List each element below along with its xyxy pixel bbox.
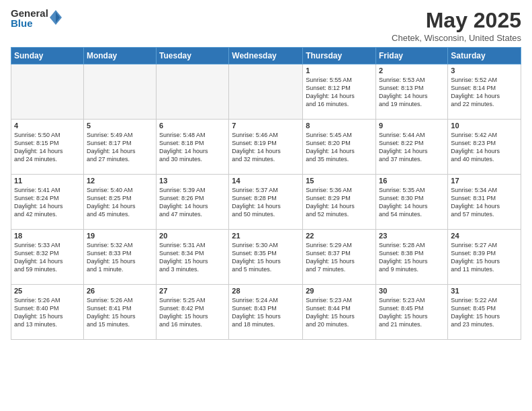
- day-info: Sunrise: 5:52 AM Sunset: 8:14 PM Dayligh…: [451, 76, 518, 109]
- day-number: 23: [379, 232, 445, 240]
- main-title: May 2025: [392, 8, 521, 33]
- calendar-cell: [157, 64, 229, 120]
- day-number: 13: [159, 177, 226, 185]
- day-info: Sunrise: 5:22 AM Sunset: 8:45 PM Dayligh…: [451, 296, 518, 329]
- day-info: Sunrise: 5:30 AM Sunset: 8:35 PM Dayligh…: [232, 241, 300, 274]
- calendar-cell: 10Sunrise: 5:42 AM Sunset: 8:23 PM Dayli…: [448, 120, 521, 175]
- day-number: 22: [306, 232, 373, 240]
- header-thursday: Thursday: [303, 48, 376, 64]
- day-number: 28: [232, 287, 300, 295]
- calendar-cell: 1Sunrise: 5:55 AM Sunset: 8:12 PM Daylig…: [303, 64, 376, 120]
- day-info: Sunrise: 5:41 AM Sunset: 8:24 PM Dayligh…: [14, 186, 81, 219]
- day-number: 18: [14, 232, 81, 240]
- day-info: Sunrise: 5:44 AM Sunset: 8:22 PM Dayligh…: [379, 131, 445, 164]
- day-number: 8: [306, 122, 373, 130]
- day-info: Sunrise: 5:53 AM Sunset: 8:13 PM Dayligh…: [379, 76, 445, 109]
- day-info: Sunrise: 5:32 AM Sunset: 8:33 PM Dayligh…: [87, 241, 153, 274]
- calendar-cell: 24Sunrise: 5:27 AM Sunset: 8:39 PM Dayli…: [448, 230, 521, 285]
- day-info: Sunrise: 5:48 AM Sunset: 8:18 PM Dayligh…: [159, 131, 226, 164]
- calendar-cell: 16Sunrise: 5:35 AM Sunset: 8:30 PM Dayli…: [376, 175, 448, 230]
- logo-general: General: [11, 8, 48, 18]
- day-number: 26: [87, 287, 153, 295]
- day-number: 24: [451, 232, 518, 240]
- day-info: Sunrise: 5:37 AM Sunset: 8:28 PM Dayligh…: [232, 186, 300, 219]
- day-info: Sunrise: 5:33 AM Sunset: 8:32 PM Dayligh…: [14, 241, 81, 274]
- week-row-2: 4Sunrise: 5:50 AM Sunset: 8:15 PM Daylig…: [11, 120, 521, 175]
- calendar-cell: 13Sunrise: 5:39 AM Sunset: 8:26 PM Dayli…: [157, 175, 229, 230]
- day-number: 14: [232, 177, 300, 185]
- calendar-cell: 4Sunrise: 5:50 AM Sunset: 8:15 PM Daylig…: [11, 120, 84, 175]
- day-info: Sunrise: 5:26 AM Sunset: 8:41 PM Dayligh…: [87, 296, 153, 329]
- calendar-cell: 20Sunrise: 5:31 AM Sunset: 8:34 PM Dayli…: [157, 230, 229, 285]
- calendar-cell: 30Sunrise: 5:23 AM Sunset: 8:45 PM Dayli…: [376, 285, 448, 340]
- calendar-cell: 14Sunrise: 5:37 AM Sunset: 8:28 PM Dayli…: [229, 175, 303, 230]
- header: General Blue May 2025 Chetek, Wisconsin,…: [11, 8, 521, 43]
- day-info: Sunrise: 5:25 AM Sunset: 8:42 PM Dayligh…: [159, 296, 226, 329]
- header-wednesday: Wednesday: [229, 48, 303, 64]
- header-row: SundayMondayTuesdayWednesdayThursdayFrid…: [11, 48, 521, 64]
- calendar-cell: 3Sunrise: 5:52 AM Sunset: 8:14 PM Daylig…: [448, 64, 521, 120]
- day-number: 2: [379, 66, 445, 75]
- day-info: Sunrise: 5:26 AM Sunset: 8:40 PM Dayligh…: [14, 296, 81, 329]
- day-info: Sunrise: 5:45 AM Sunset: 8:20 PM Dayligh…: [306, 131, 373, 164]
- calendar-cell: [83, 64, 156, 120]
- calendar-cell: 7Sunrise: 5:46 AM Sunset: 8:19 PM Daylig…: [229, 120, 303, 175]
- day-info: Sunrise: 5:49 AM Sunset: 8:17 PM Dayligh…: [87, 131, 153, 164]
- day-number: 20: [159, 232, 226, 240]
- day-info: Sunrise: 5:29 AM Sunset: 8:37 PM Dayligh…: [306, 241, 373, 274]
- calendar-cell: 29Sunrise: 5:23 AM Sunset: 8:44 PM Dayli…: [303, 285, 376, 340]
- calendar-cell: 18Sunrise: 5:33 AM Sunset: 8:32 PM Dayli…: [11, 230, 84, 285]
- day-number: 12: [87, 177, 153, 185]
- week-row-4: 18Sunrise: 5:33 AM Sunset: 8:32 PM Dayli…: [11, 230, 521, 285]
- day-info: Sunrise: 5:23 AM Sunset: 8:45 PM Dayligh…: [379, 296, 445, 329]
- calendar-cell: 25Sunrise: 5:26 AM Sunset: 8:40 PM Dayli…: [11, 285, 84, 340]
- page: General Blue May 2025 Chetek, Wisconsin,…: [0, 0, 532, 411]
- day-number: 19: [87, 232, 153, 240]
- day-info: Sunrise: 5:28 AM Sunset: 8:38 PM Dayligh…: [379, 241, 445, 274]
- day-info: Sunrise: 5:24 AM Sunset: 8:43 PM Dayligh…: [232, 296, 300, 329]
- logo-text: General Blue: [11, 8, 48, 28]
- logo-icon: [50, 10, 62, 25]
- calendar-cell: 11Sunrise: 5:41 AM Sunset: 8:24 PM Dayli…: [11, 175, 84, 230]
- day-number: 3: [451, 66, 518, 75]
- day-number: 9: [379, 122, 445, 130]
- header-friday: Friday: [376, 48, 448, 64]
- day-number: 15: [306, 177, 373, 185]
- day-info: Sunrise: 5:40 AM Sunset: 8:25 PM Dayligh…: [87, 186, 153, 219]
- calendar: SundayMondayTuesdayWednesdayThursdayFrid…: [11, 47, 521, 340]
- week-row-1: 1Sunrise: 5:55 AM Sunset: 8:12 PM Daylig…: [11, 64, 521, 120]
- calendar-cell: 23Sunrise: 5:28 AM Sunset: 8:38 PM Dayli…: [376, 230, 448, 285]
- calendar-cell: 17Sunrise: 5:34 AM Sunset: 8:31 PM Dayli…: [448, 175, 521, 230]
- header-sunday: Sunday: [11, 48, 84, 64]
- calendar-cell: 26Sunrise: 5:26 AM Sunset: 8:41 PM Dayli…: [83, 285, 156, 340]
- calendar-cell: [11, 64, 84, 120]
- week-row-5: 25Sunrise: 5:26 AM Sunset: 8:40 PM Dayli…: [11, 285, 521, 340]
- title-block: May 2025 Chetek, Wisconsin, United State…: [392, 8, 521, 43]
- day-number: 29: [306, 287, 373, 295]
- day-number: 17: [451, 177, 518, 185]
- day-info: Sunrise: 5:55 AM Sunset: 8:12 PM Dayligh…: [306, 76, 373, 109]
- day-info: Sunrise: 5:27 AM Sunset: 8:39 PM Dayligh…: [451, 241, 518, 274]
- calendar-cell: 12Sunrise: 5:40 AM Sunset: 8:25 PM Dayli…: [83, 175, 156, 230]
- calendar-cell: 15Sunrise: 5:36 AM Sunset: 8:29 PM Dayli…: [303, 175, 376, 230]
- header-monday: Monday: [83, 48, 156, 64]
- calendar-cell: 9Sunrise: 5:44 AM Sunset: 8:22 PM Daylig…: [376, 120, 448, 175]
- day-number: 1: [306, 66, 373, 75]
- calendar-cell: 2Sunrise: 5:53 AM Sunset: 8:13 PM Daylig…: [376, 64, 448, 120]
- calendar-cell: 22Sunrise: 5:29 AM Sunset: 8:37 PM Dayli…: [303, 230, 376, 285]
- calendar-cell: 27Sunrise: 5:25 AM Sunset: 8:42 PM Dayli…: [157, 285, 229, 340]
- day-info: Sunrise: 5:36 AM Sunset: 8:29 PM Dayligh…: [306, 186, 373, 219]
- calendar-cell: 8Sunrise: 5:45 AM Sunset: 8:20 PM Daylig…: [303, 120, 376, 175]
- day-number: 6: [159, 122, 226, 130]
- day-number: 7: [232, 122, 300, 130]
- day-info: Sunrise: 5:23 AM Sunset: 8:44 PM Dayligh…: [306, 296, 373, 329]
- calendar-cell: [229, 64, 303, 120]
- day-info: Sunrise: 5:50 AM Sunset: 8:15 PM Dayligh…: [14, 131, 81, 164]
- header-saturday: Saturday: [448, 48, 521, 64]
- day-info: Sunrise: 5:35 AM Sunset: 8:30 PM Dayligh…: [379, 186, 445, 219]
- calendar-cell: 6Sunrise: 5:48 AM Sunset: 8:18 PM Daylig…: [157, 120, 229, 175]
- calendar-cell: 31Sunrise: 5:22 AM Sunset: 8:45 PM Dayli…: [448, 285, 521, 340]
- day-number: 16: [379, 177, 445, 185]
- day-info: Sunrise: 5:34 AM Sunset: 8:31 PM Dayligh…: [451, 186, 518, 219]
- header-tuesday: Tuesday: [157, 48, 229, 64]
